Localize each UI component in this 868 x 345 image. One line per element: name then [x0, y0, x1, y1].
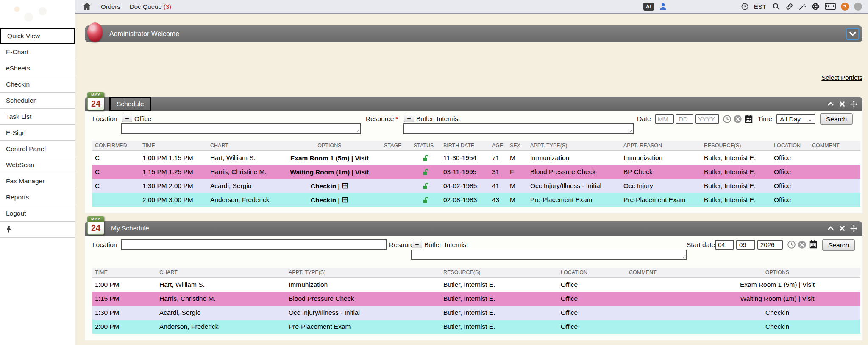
table-row[interactable]: C 1:00 PM 1:15 PM Hart, William S. Exam …: [92, 151, 860, 165]
welcome-collapse-button[interactable]: [846, 28, 859, 40]
expand-plus-icon[interactable]: ⊞: [342, 181, 348, 190]
calendar-month: MAY: [88, 92, 104, 98]
link-icon[interactable]: [785, 3, 793, 11]
magic-wand-icon[interactable]: [798, 3, 807, 11]
sidebar-item-fax-manager[interactable]: Fax Manager: [0, 173, 75, 189]
unlocked-icon[interactable]: [422, 168, 430, 176]
sidebar-pin-toggle[interactable]: [0, 222, 75, 238]
options-links[interactable]: Waiting Room (1m) | Visit: [694, 292, 860, 306]
col-options: OPTIONS: [694, 268, 860, 278]
table-row[interactable]: C 1:15 PM 1:25 PM Harris, Christine M. W…: [92, 165, 860, 179]
options-links[interactable]: Checkin: [694, 320, 860, 334]
options-links[interactable]: Checkin | ⊞: [278, 193, 381, 207]
table-row[interactable]: 1:15 PM Harris, Christine M. Blood Press…: [92, 292, 860, 306]
sidebar-item-task-list[interactable]: Task List: [0, 109, 75, 125]
resource-input[interactable]: [403, 123, 634, 134]
start-date-label: Start date: [687, 241, 715, 249]
date-dd-input[interactable]: [676, 114, 693, 124]
welcome-title: Administrator Welcome: [109, 30, 179, 38]
time-select[interactable]: All Day⌄: [776, 114, 815, 124]
search-icon[interactable]: [772, 3, 780, 11]
schedule-table: CONFIRMED TIME CHART OPTIONS STAGE STATU…: [92, 141, 860, 207]
location-input[interactable]: [121, 123, 361, 134]
resource-collapse-button[interactable]: –: [412, 241, 422, 248]
select-chevron-icon: ⌄: [808, 116, 812, 122]
sidebar-item-webscan[interactable]: WebScan: [0, 157, 75, 173]
expand-plus-icon[interactable]: ⊞: [342, 195, 348, 204]
schedule-search-button[interactable]: Search: [820, 113, 853, 125]
resource-collapse-button[interactable]: –: [404, 115, 414, 122]
keyboard-icon[interactable]: [825, 3, 836, 10]
my-schedule-search-button[interactable]: Search: [822, 239, 855, 251]
unlocked-icon[interactable]: [422, 154, 430, 162]
location-label: Location: [92, 115, 117, 123]
sidebar-item-logout[interactable]: Logout: [0, 205, 75, 222]
home-icon[interactable]: [82, 2, 92, 11]
close-portlet-icon[interactable]: [839, 101, 846, 107]
date-mm-input[interactable]: [655, 114, 674, 124]
table-row[interactable]: C 1:30 PM 2:00 PM Acardi, Sergio Checkin…: [92, 179, 860, 193]
chevron-down-icon: [849, 31, 856, 36]
welcome-bar: Administrator Welcome: [85, 25, 862, 42]
collapse-portlet-icon[interactable]: [827, 225, 834, 232]
help-icon[interactable]: ?: [841, 3, 849, 11]
unlocked-icon[interactable]: [422, 196, 430, 204]
col-birth-date: BIRTH DATE: [441, 141, 490, 151]
calendar-date-icon: MAY 24: [87, 92, 104, 110]
resource-input[interactable]: [411, 250, 687, 260]
time-picker-icon[interactable]: [723, 115, 732, 123]
start-date-yyyy-input[interactable]: [757, 240, 783, 250]
ai-badge[interactable]: AI: [643, 3, 654, 11]
globe-icon[interactable]: [812, 3, 820, 11]
table-row[interactable]: 1:00 PM Hart, William S. Immunization Bu…: [92, 278, 860, 292]
my-schedule-portlet-title: My Schedule: [111, 224, 149, 232]
my-schedule-filters: Location Resource – Butler, Internist St…: [85, 236, 862, 268]
sidebar: Quick View E-Chart eSheets Checkin Sched…: [0, 0, 75, 345]
my-schedule-portlet-header: MAY 24 My Schedule: [85, 221, 862, 236]
col-comment: COMMENT: [626, 268, 694, 278]
schedule-portlet-title: Schedule: [109, 97, 151, 111]
clear-date-icon[interactable]: [733, 115, 742, 123]
clear-date-icon[interactable]: [798, 240, 807, 249]
sidebar-item-quick-view[interactable]: Quick View: [0, 28, 75, 44]
table-row[interactable]: 2:00 PM 3:00 PM Anderson, Frederick Chec…: [92, 193, 860, 207]
user-icon[interactable]: [659, 3, 667, 11]
location-collapse-button[interactable]: –: [122, 115, 132, 122]
schedule-portlet: MAY 24 Schedule Location – Office Resour…: [85, 97, 862, 213]
table-row[interactable]: 1:30 PM Acardi, Sergio Occ Injury/Illnes…: [92, 306, 860, 320]
options-links[interactable]: Checkin: [694, 306, 860, 320]
nav-orders-link[interactable]: Orders: [101, 3, 120, 10]
options-links[interactable]: Exam Room 1 (5m) | Visit: [278, 151, 381, 165]
location-input[interactable]: [121, 239, 387, 250]
clock-icon[interactable]: [741, 3, 749, 11]
time-picker-icon[interactable]: [787, 240, 796, 249]
sidebar-item-scheduler[interactable]: Scheduler: [0, 93, 75, 109]
sidebar-item-control-panel[interactable]: Control Panel: [0, 141, 75, 157]
timezone-label: EST: [754, 3, 766, 10]
collapse-portlet-icon[interactable]: [827, 101, 834, 107]
move-portlet-icon[interactable]: [850, 225, 857, 232]
sidebar-item-e-sign[interactable]: E-Sign: [0, 125, 75, 141]
sidebar-item-checkin[interactable]: Checkin: [0, 76, 75, 93]
nav-doc-queue-link[interactable]: Doc Queue (3): [130, 3, 171, 10]
move-portlet-icon[interactable]: [850, 101, 857, 108]
start-date-dd-input[interactable]: [736, 240, 755, 250]
calendar-picker-icon[interactable]: [809, 240, 818, 249]
sidebar-item-reports[interactable]: Reports: [0, 189, 75, 205]
unlocked-icon[interactable]: [422, 182, 430, 190]
calendar-picker-icon[interactable]: [744, 114, 753, 123]
close-portlet-icon[interactable]: [839, 225, 846, 232]
sidebar-item-e-chart[interactable]: E-Chart: [0, 44, 75, 60]
time-label: Time:: [758, 115, 774, 123]
start-date-mm-input[interactable]: [715, 240, 734, 250]
col-location: LOCATION: [558, 268, 626, 278]
table-row[interactable]: 2:00 PM Anderson, Frederick Pre-Placemen…: [92, 320, 860, 334]
date-yyyy-input[interactable]: [695, 114, 719, 124]
options-links[interactable]: Exam Room 1 (5m) | Visit: [694, 278, 860, 292]
required-asterisk: *: [395, 115, 398, 122]
red-orb-icon: [87, 22, 103, 42]
options-links[interactable]: Waiting Room (1m) | Visit: [278, 165, 381, 179]
select-portlets-link[interactable]: Select Portlets: [821, 74, 862, 81]
sidebar-item-esheets[interactable]: eSheets: [0, 60, 75, 76]
options-links[interactable]: Checkin | ⊞: [278, 179, 381, 193]
